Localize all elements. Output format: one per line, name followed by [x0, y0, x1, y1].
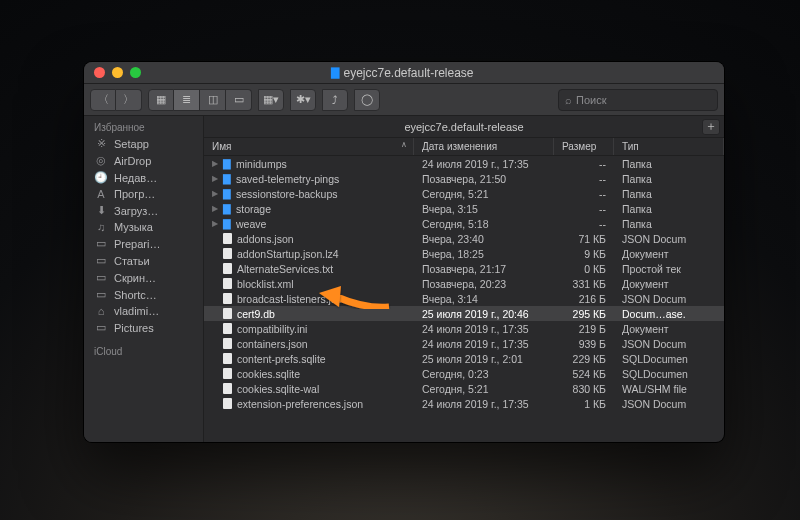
sidebar-item[interactable]: ▭Скрин…: [84, 269, 203, 286]
table-row[interactable]: ▶cert9.db25 июля 2019 г., 20:46295 КБDoc…: [204, 306, 724, 321]
view-icon-button[interactable]: ▦: [148, 89, 174, 111]
sidebar-section-favorites: Избранное: [84, 116, 203, 135]
view-list-button[interactable]: ≣: [174, 89, 200, 111]
folder-icon: ▇: [223, 158, 231, 169]
toolbar: 〈 〉 ▦ ≣ ◫ ▭ ▦▾ ✱▾ ⤴ ◯ ⌕ Поиск: [84, 84, 724, 116]
column-headers: Имя Дата изменения Размер Тип: [204, 138, 724, 156]
file-size: --: [554, 158, 614, 170]
window-title: ▇ eyejcc7e.default-release: [141, 66, 664, 80]
sidebar-item-icon: A: [94, 188, 108, 200]
window-controls: [84, 67, 141, 78]
nav-buttons: 〈 〉: [90, 89, 142, 111]
search-field[interactable]: ⌕ Поиск: [558, 89, 718, 111]
folder-icon: ▇: [223, 188, 231, 199]
file-icon: [223, 338, 232, 349]
sidebar-item-label: Prepari…: [114, 238, 160, 250]
table-row[interactable]: ▶containers.json24 июля 2019 г., 17:3593…: [204, 336, 724, 351]
table-row[interactable]: ▶▇weaveСегодня, 5:18--Папка: [204, 216, 724, 231]
back-button[interactable]: 〈: [90, 89, 116, 111]
file-date: Вчера, 18:25: [414, 248, 554, 260]
view-gallery-button[interactable]: ▭: [226, 89, 252, 111]
file-date: Сегодня, 5:21: [414, 383, 554, 395]
sidebar-item[interactable]: ◎AirDrop: [84, 152, 203, 169]
forward-button[interactable]: 〉: [116, 89, 142, 111]
file-size: 331 КБ: [554, 278, 614, 290]
table-row[interactable]: ▶compatibility.ini24 июля 2019 г., 17:35…: [204, 321, 724, 336]
sidebar-item[interactable]: ▭Shortc…: [84, 286, 203, 303]
sidebar-item[interactable]: ▭Prepari…: [84, 235, 203, 252]
file-date: Позавчера, 21:17: [414, 263, 554, 275]
folder-icon: ▇: [223, 203, 231, 214]
column-name[interactable]: Имя: [204, 138, 414, 155]
sidebar-item-icon: ◎: [94, 154, 108, 167]
table-row[interactable]: ▶cookies.sqlite-walСегодня, 5:21830 КБWA…: [204, 381, 724, 396]
file-icon: [223, 368, 232, 379]
sidebar-item[interactable]: ※Setapp: [84, 135, 203, 152]
file-type: Папка: [614, 188, 724, 200]
table-row[interactable]: ▶cookies.sqliteСегодня, 0:23524 КБSQLDoc…: [204, 366, 724, 381]
sidebar-item-icon: ▭: [94, 271, 108, 284]
column-type[interactable]: Тип: [614, 138, 724, 155]
sidebar-item[interactable]: ▭Статьи: [84, 252, 203, 269]
file-icon: [223, 353, 232, 364]
file-icon: [223, 383, 232, 394]
file-name: extension-preferences.json: [237, 398, 363, 410]
table-row[interactable]: ▶▇storageВчера, 3:15--Папка: [204, 201, 724, 216]
file-size: 71 КБ: [554, 233, 614, 245]
close-window-button[interactable]: [94, 67, 105, 78]
sidebar-item-label: Музыка: [114, 221, 153, 233]
action-menu-button[interactable]: ✱▾: [290, 89, 316, 111]
tags-group: ◯: [354, 89, 380, 111]
sidebar-item[interactable]: AПрогр…: [84, 186, 203, 202]
file-type: Документ: [614, 278, 724, 290]
file-type: JSON Docum: [614, 233, 724, 245]
sidebar-item-icon: ※: [94, 137, 108, 150]
table-row[interactable]: ▶extension-preferences.json24 июля 2019 …: [204, 396, 724, 411]
file-date: 24 июля 2019 г., 17:35: [414, 323, 554, 335]
sidebar-item-label: Setapp: [114, 138, 149, 150]
disclosure-icon: ▶: [212, 204, 218, 213]
sidebar-item[interactable]: ⌂vladimi…: [84, 303, 203, 319]
table-row[interactable]: ▶▇sessionstore-backupsСегодня, 5:21--Пап…: [204, 186, 724, 201]
file-name: content-prefs.sqlite: [237, 353, 326, 365]
table-row[interactable]: ▶addons.jsonВчера, 23:4071 КБJSON Docum: [204, 231, 724, 246]
minimize-window-button[interactable]: [112, 67, 123, 78]
sidebar-item-icon: ⬇: [94, 204, 108, 217]
share-button[interactable]: ⤴: [322, 89, 348, 111]
file-name: compatibility.ini: [237, 323, 307, 335]
file-type: JSON Docum: [614, 293, 724, 305]
column-size[interactable]: Размер: [554, 138, 614, 155]
file-size: 229 КБ: [554, 353, 614, 365]
tags-button[interactable]: ◯: [354, 89, 380, 111]
sidebar-item-label: vladimi…: [114, 305, 159, 317]
file-date: Вчера, 3:14: [414, 293, 554, 305]
sidebar: Избранное ※Setapp◎AirDrop🕘Недав…AПрогр…⬇…: [84, 116, 204, 442]
sidebar-item[interactable]: ▭Pictures: [84, 319, 203, 336]
group-button[interactable]: ▦▾: [258, 89, 284, 111]
sidebar-item[interactable]: ⬇Загруз…: [84, 202, 203, 219]
sidebar-item-label: Загруз…: [114, 205, 158, 217]
zoom-window-button[interactable]: [130, 67, 141, 78]
table-row[interactable]: ▶blocklist.xmlПозавчера, 20:23331 КБДоку…: [204, 276, 724, 291]
path-bar: eyejcc7e.default-release ＋: [204, 116, 724, 138]
sidebar-item[interactable]: 🕘Недав…: [84, 169, 203, 186]
file-size: 295 КБ: [554, 308, 614, 320]
group-arrange: ▦▾: [258, 89, 284, 111]
disclosure-icon: ▶: [212, 189, 218, 198]
finder-window: ▇ eyejcc7e.default-release 〈 〉 ▦ ≣ ◫ ▭ ▦…: [84, 62, 724, 442]
table-row[interactable]: ▶AlternateServices.txtПозавчера, 21:170 …: [204, 261, 724, 276]
table-row[interactable]: ▶▇saved-telemetry-pingsПозавчера, 21:50-…: [204, 171, 724, 186]
table-row[interactable]: ▶▇minidumps24 июля 2019 г., 17:35--Папка: [204, 156, 724, 171]
file-type: WAL/SHM file: [614, 383, 724, 395]
file-date: 24 июля 2019 г., 17:35: [414, 158, 554, 170]
file-name: weave: [236, 218, 266, 230]
view-columns-button[interactable]: ◫: [200, 89, 226, 111]
file-date: Вчера, 23:40: [414, 233, 554, 245]
table-row[interactable]: ▶content-prefs.sqlite25 июля 2019 г., 2:…: [204, 351, 724, 366]
table-row[interactable]: ▶addonStartup.json.lz4Вчера, 18:259 КБДо…: [204, 246, 724, 261]
folder-icon: ▇: [223, 218, 231, 229]
add-tab-button[interactable]: ＋: [702, 119, 720, 135]
table-row[interactable]: ▶broadcast-listeners.jsonВчера, 3:14216 …: [204, 291, 724, 306]
sidebar-item[interactable]: ♫Музыка: [84, 219, 203, 235]
column-date[interactable]: Дата изменения: [414, 138, 554, 155]
